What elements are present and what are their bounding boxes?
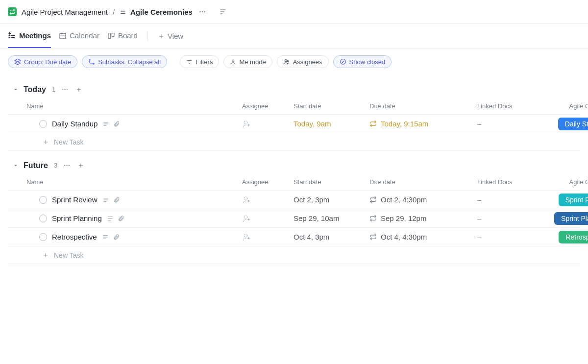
status-circle[interactable] [39,120,47,128]
svg-point-13 [9,37,9,38]
th-start-date[interactable]: Start date [294,178,369,186]
linked-docs-cell[interactable]: – [477,214,548,222]
add-assignee-icon[interactable] [242,195,251,204]
ceremony-tag[interactable]: Sprint Review [559,194,588,206]
ceremony-tag[interactable]: Daily Standup [558,118,588,130]
attachment-icon[interactable] [113,196,120,203]
chevron-down-icon[interactable] [13,87,19,93]
pill-show-closed[interactable]: Show closed [333,55,392,68]
pill-subtasks[interactable]: Subtasks: Collapse all [82,55,167,68]
svg-point-3 [199,11,200,12]
add-assignee-icon[interactable] [242,120,251,128]
attachment-icon[interactable] [113,234,120,241]
linked-docs-cell[interactable]: – [477,233,548,241]
tab-meetings[interactable]: Meetings [8,24,51,48]
table-row[interactable]: Sprint PlanningSep 29, 10amSep 29, 12pm–… [8,209,580,228]
attachment-icon[interactable] [118,215,124,222]
plus-icon [42,252,49,259]
more-icon[interactable] [197,7,207,17]
group-title[interactable]: Today [24,85,46,94]
th-linked-docs[interactable]: Linked Docs [477,178,548,186]
tab-label: Calendar [70,31,99,40]
attachment-icon[interactable] [113,121,120,127]
pill-filters[interactable]: Filters [180,55,219,68]
pill-assignees[interactable]: Assignees [277,55,329,68]
due-date-text: Today, 9:15am [381,120,428,128]
svg-point-59 [245,216,247,218]
task-name[interactable]: Sprint Review [52,195,98,204]
breadcrumb: Agile Project Management / Agile Ceremon… [0,0,588,24]
tab-board[interactable]: Board [107,24,138,48]
th-due-date[interactable]: Due date [369,178,477,186]
add-view-button[interactable]: View [158,32,183,40]
due-date-text: Oct 4, 4:30pm [381,233,427,241]
status-circle[interactable] [39,215,47,222]
th-linked-docs[interactable]: Linked Docs [477,102,548,110]
space-icon[interactable] [8,7,17,16]
add-assignee-icon[interactable] [242,214,251,223]
pill-group[interactable]: Group: Due date [8,55,77,68]
sort-icon[interactable] [218,7,228,17]
svg-point-33 [65,89,66,90]
th-assignee[interactable]: Assignee [242,178,294,186]
svg-point-12 [9,35,9,36]
status-circle[interactable] [39,196,47,204]
task-name[interactable]: Daily Standup [52,120,98,128]
tab-label: Meetings [19,31,51,40]
start-date-cell[interactable]: Today, 9am [294,120,369,128]
task-name[interactable]: Retrospective [52,233,97,241]
plus-icon[interactable] [76,161,85,170]
recurring-icon [369,120,377,127]
svg-point-34 [67,89,68,90]
description-icon[interactable] [107,215,114,222]
th-start-date[interactable]: Start date [294,102,369,110]
recurring-icon [369,233,377,241]
linked-docs-cell[interactable]: – [477,195,548,204]
more-icon[interactable] [62,161,72,170]
description-icon[interactable] [102,234,109,241]
th-name[interactable]: Name [26,178,242,186]
chevron-down-icon[interactable] [13,163,19,169]
status-circle[interactable] [39,233,47,241]
group: Future3NameAssigneeStart dateDue dateLin… [8,159,580,264]
plus-icon[interactable] [74,85,83,94]
table-row[interactable]: Sprint ReviewOct 2, 3pmOct 2, 4:30pm–Spr… [8,191,580,209]
new-task-label: New Task [54,138,83,146]
ceremony-tag[interactable]: Retrospective [559,231,588,243]
pill-me-mode[interactable]: Me mode [223,55,272,68]
svg-rect-18 [108,33,111,38]
th-due-date[interactable]: Due date [369,102,477,110]
breadcrumb-list[interactable]: Agile Ceremonies [120,8,193,16]
start-date-cell[interactable]: Sep 29, 10am [294,214,369,222]
linked-docs-cell[interactable]: – [477,120,548,128]
recurring-icon [369,196,377,203]
description-icon[interactable] [102,196,109,203]
svg-point-40 [245,121,247,124]
new-task-button[interactable]: New Task [8,133,580,151]
more-icon[interactable] [60,85,70,94]
description-icon[interactable] [102,121,109,127]
table-row[interactable]: Daily StandupToday, 9amToday, 9:15am–Dai… [8,115,580,133]
svg-rect-14 [60,33,66,39]
th-ceremony[interactable]: Agile Ceremony [548,102,588,110]
breadcrumb-space[interactable]: Agile Project Management [22,8,108,16]
th-assignee[interactable]: Assignee [242,102,294,110]
task-name[interactable]: Sprint Planning [52,214,102,222]
due-date-cell[interactable]: Oct 2, 4:30pm [369,195,477,204]
new-task-button[interactable]: New Task [8,246,580,264]
task-list-content: Today1NameAssigneeStart dateDue dateLink… [0,83,588,264]
plus-icon [42,139,49,146]
due-date-cell[interactable]: Sep 29, 12pm [369,214,477,222]
add-assignee-icon[interactable] [242,233,251,242]
due-date-cell[interactable]: Oct 4, 4:30pm [369,233,477,241]
tab-calendar[interactable]: Calendar [59,24,99,48]
due-date-cell[interactable]: Today, 9:15am [369,120,477,128]
recurring-icon [369,215,377,222]
th-name[interactable]: Name [26,102,242,110]
table-row[interactable]: RetrospectiveOct 4, 3pmOct 4, 4:30pm–Ret… [8,228,580,246]
th-ceremony[interactable]: Agile Ceremony [548,178,588,186]
group-title[interactable]: Future [24,161,48,170]
start-date-cell[interactable]: Oct 2, 3pm [294,195,369,204]
ceremony-tag[interactable]: Sprint Planning [554,212,588,225]
start-date-cell[interactable]: Oct 4, 3pm [294,233,369,241]
